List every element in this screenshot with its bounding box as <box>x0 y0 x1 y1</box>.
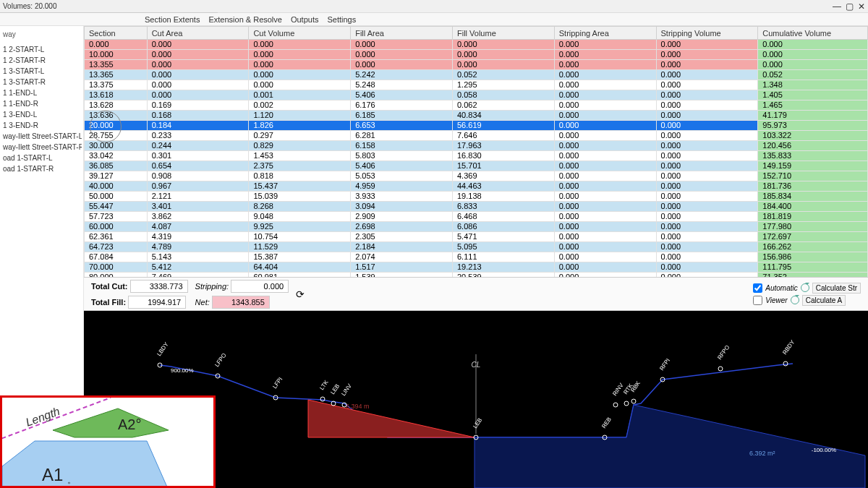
table-row[interactable]: 36.0850.6542.3755.40615.7010.0000.000149… <box>85 161 868 171</box>
table-row[interactable]: 10.0000.0000.0000.0000.0000.0000.0000.00… <box>85 50 868 60</box>
table-row[interactable]: 62.3614.31910.7542.3055.4710.0000.000172… <box>85 232 868 242</box>
table-row[interactable]: 64.7234.78911.5292.1845.0950.0000.000166… <box>85 242 868 252</box>
table-row[interactable]: 55.4473.4018.2683.0946.8330.0000.000184.… <box>85 202 868 212</box>
automatic-checkbox[interactable] <box>753 283 762 293</box>
table-cell: 0.908 <box>147 171 249 181</box>
stripping-value: 0.000 <box>231 280 289 293</box>
table-cell: 40.000 <box>85 181 148 192</box>
sidebar-item[interactable]: oad 1-START-R <box>1 163 82 174</box>
table-cell: 6.185 <box>351 111 453 121</box>
table-cell: 0.000 <box>656 131 758 141</box>
table-row[interactable]: 0.0000.0000.0000.0000.0000.0000.0000.000 <box>85 40 868 50</box>
table-row[interactable]: 20.0000.1841.8266.65356.6190.0000.00095.… <box>85 121 868 131</box>
table-cell: 0.000 <box>147 50 249 60</box>
table-row[interactable]: 13.6360.1681.1206.18540.8340.0000.00041.… <box>85 111 868 121</box>
table-row[interactable]: 80.0007.46960.9811.53920.5390.0000.00071… <box>85 273 868 278</box>
minimize-icon[interactable]: — <box>833 1 841 12</box>
menu-section-extents[interactable]: Section Extents <box>145 15 200 24</box>
table-cell: 62.361 <box>85 232 148 242</box>
column-header[interactable]: Cut Area <box>147 27 249 40</box>
table-cell: 0.000 <box>249 70 351 80</box>
sidebar-item[interactable]: 1 2-START-R <box>1 55 82 66</box>
viewer-checkbox[interactable] <box>753 296 762 305</box>
column-header[interactable]: Fill Area <box>351 27 453 40</box>
table-cell: 6.111 <box>452 252 554 262</box>
close-icon[interactable]: ✕ <box>858 1 865 12</box>
cs-point-label: REB <box>600 416 613 430</box>
maximize-icon[interactable]: ▢ <box>846 1 854 12</box>
table-cell: 15.701 <box>452 161 554 171</box>
table-cell: 1.517 <box>351 262 453 273</box>
refresh-small-icon-2[interactable] <box>791 296 799 304</box>
table-row[interactable]: 13.6180.0000.0015.4060.0580.0000.0001.40… <box>85 90 868 100</box>
column-header[interactable]: Cut Volume <box>249 27 351 40</box>
table-cell: 0.000 <box>452 50 554 60</box>
column-header[interactable]: Stripping Volume <box>656 27 758 40</box>
table-row[interactable]: 33.0420.3011.4535.80316.8300.0000.000135… <box>85 151 868 161</box>
table-cell: 4.959 <box>351 181 453 192</box>
sidebar-item[interactable]: oad 1-START-L <box>1 153 82 163</box>
sidebar-item[interactable]: 1 3-END-R <box>1 120 82 131</box>
table-row[interactable]: 28.7550.2330.2976.2817.6460.0000.000103.… <box>85 131 868 141</box>
table-cell: 0.000 <box>554 50 656 60</box>
sidebar-item[interactable]: 1 3-START-L <box>1 66 82 77</box>
table-row[interactable]: 57.7233.8629.0482.9096.4680.0000.000181.… <box>85 212 868 222</box>
table-cell: 1.405 <box>758 90 868 100</box>
inset-diagram: Length A2° A1 。 <box>0 395 216 488</box>
sidebar-item[interactable]: way-Ilett Street-START-R <box>1 142 82 153</box>
table-cell: 5.406 <box>351 90 453 100</box>
table-cell: 5.471 <box>452 232 554 242</box>
sidebar-item[interactable]: 1 3-START-R <box>1 77 82 87</box>
table-cell: 0.000 <box>656 202 758 212</box>
column-header[interactable]: Stripping Area <box>554 27 656 40</box>
table-cell: 0.000 <box>554 161 656 171</box>
totals-bar: Total Cut: 3338.773 Total Fill: 1994.917… <box>84 278 868 311</box>
table-cell: 0.000 <box>554 111 656 121</box>
table-cell: 0.000 <box>554 222 656 232</box>
a1-label: A1 <box>42 465 63 484</box>
sidebar-item[interactable]: way-Ilett Street-START-L <box>1 131 82 142</box>
menu-extension-resolve[interactable]: Extension & Resolve <box>208 15 282 24</box>
table-cell: 39.127 <box>85 171 148 181</box>
table-cell: 15.387 <box>249 252 351 262</box>
table-row[interactable]: 70.0005.41264.4041.51719.2130.0000.00011… <box>85 262 868 273</box>
table-cell: 0.000 <box>554 242 656 252</box>
table-cell: 0.000 <box>758 40 868 50</box>
table-row[interactable]: 13.6280.1690.0026.1760.0620.0000.0001.46… <box>85 100 868 111</box>
sidebar-item[interactable]: 1 2-START-L <box>1 44 82 55</box>
table-row[interactable]: 60.0004.0879.9252.6986.0860.0000.000177.… <box>85 222 868 232</box>
table-row[interactable]: 13.3550.0000.0000.0000.0000.0000.0000.00… <box>85 60 868 70</box>
table-cell: 60.000 <box>85 222 148 232</box>
table-row[interactable]: 40.0000.96715.4374.95944.4630.0000.00018… <box>85 181 868 192</box>
column-header[interactable]: Fill Volume <box>452 27 554 40</box>
table-cell: 0.000 <box>554 212 656 222</box>
table-cell: 2.121 <box>147 192 249 202</box>
sidebar-item[interactable]: 1 3-END-L <box>1 109 82 120</box>
table-cell: 0.184 <box>147 121 249 131</box>
table-cell: 0.244 <box>147 141 249 151</box>
sidebar-item[interactable]: 1 1-END-L <box>1 87 82 98</box>
table-row[interactable]: 30.0000.2440.8296.15817.9630.0000.000120… <box>85 141 868 151</box>
menu-settings[interactable]: Settings <box>327 15 356 24</box>
table-cell: 0.297 <box>249 131 351 141</box>
column-header[interactable]: Section <box>85 27 148 40</box>
table-cell: 0.000 <box>656 262 758 273</box>
table-row[interactable]: 50.0002.12115.0393.93319.1380.0000.00018… <box>85 192 868 202</box>
table-cell: 0.000 <box>554 202 656 212</box>
window-titlebar: Volumes: 20.000 — ▢ ✕ <box>0 0 868 13</box>
refresh-small-icon[interactable] <box>801 283 809 292</box>
sidebar-item[interactable]: 1 1-END-R <box>1 98 82 109</box>
refresh-icon[interactable]: ⟳ <box>296 288 305 300</box>
column-header[interactable]: Cumulative Volume <box>758 27 868 40</box>
table-cell: 0.000 <box>656 121 758 131</box>
menu-outputs[interactable]: Outputs <box>291 15 319 24</box>
table-row[interactable]: 13.3750.0000.0005.2481.2950.0000.0001.34… <box>85 80 868 90</box>
calculate-a-button[interactable]: Calculate A <box>802 295 846 306</box>
table-row[interactable]: 67.0845.14315.3872.0746.1110.0000.000156… <box>85 252 868 262</box>
table-row[interactable]: 39.1270.9080.8185.0534.3690.0000.000152.… <box>85 171 868 181</box>
calculate-str-button[interactable]: Calculate Str <box>812 283 861 294</box>
table-cell: 6.086 <box>452 222 554 232</box>
table-row[interactable]: 13.3650.0000.0005.2420.0520.0000.0000.05… <box>85 70 868 80</box>
svg-point-13 <box>631 399 636 403</box>
table-cell: 181.736 <box>758 181 868 192</box>
